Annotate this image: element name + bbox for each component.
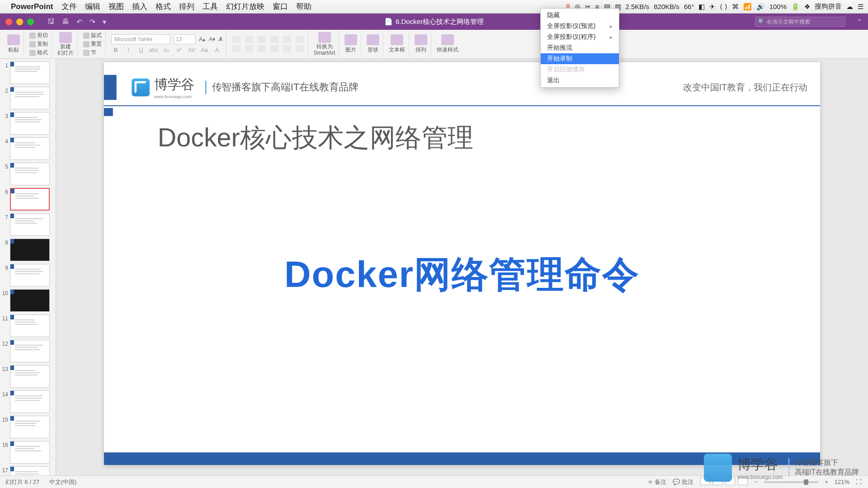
highlight-icon[interactable]: Aa [200,46,208,54]
notes-button[interactable]: ≐ 备注 [648,478,666,486]
menu-file[interactable]: 文件 [61,1,77,12]
thumbnail-slide[interactable] [10,264,50,286]
undo-icon[interactable]: ↶ [76,18,82,26]
menu-arrange[interactable]: 排列 [179,1,194,12]
window-close-button[interactable] [5,19,12,25]
strike-icon[interactable]: abc [150,46,158,54]
font-name-combo[interactable]: Microsoft YaHei [111,34,170,44]
obs-menu-hide[interactable]: 隐藏 [541,10,619,21]
italic-icon[interactable]: I [124,46,132,54]
comments-button[interactable]: 💬 批注 [673,478,693,486]
menu-tools[interactable]: 工具 [203,1,218,12]
linespacing-icon[interactable] [283,36,291,43]
font-color-icon[interactable]: A [213,46,221,54]
thumbnail-slide[interactable] [10,188,50,211]
arrange-button[interactable]: 排列 [415,34,427,54]
thumbnail-slide[interactable] [10,365,50,388]
print-icon[interactable]: 🖶 [62,18,69,26]
thumbnail-slide[interactable] [10,390,50,413]
picture-button[interactable]: 图片 [344,34,357,54]
save-icon[interactable]: 🖫 [47,18,55,26]
align-left-icon[interactable] [232,45,241,52]
reset-button[interactable]: 重置 [83,40,102,48]
subscript-icon[interactable]: x₂ [162,46,170,54]
thumbnail-slide[interactable] [10,340,50,362]
tray-icon[interactable]: ❖ [804,3,810,11]
thumbnail-slide[interactable] [10,441,50,464]
wifi-icon[interactable]: 📶 [743,3,752,11]
copy-button[interactable]: 复制 [29,40,48,48]
textbox-button[interactable]: 文本框 [389,34,405,54]
tray-icon[interactable]: ⌘ [732,3,739,11]
cut-button[interactable]: 剪切 [29,32,48,39]
window-minimize-button[interactable] [16,19,23,25]
thumbnail-slide[interactable] [10,289,50,312]
textdir-icon[interactable] [296,36,304,43]
redo-icon[interactable]: ↷ [90,18,95,26]
char-spacing-icon[interactable]: AV [188,46,196,54]
ime-label[interactable]: 搜狗拼音 [815,2,842,11]
align-vert-icon[interactable] [296,45,304,52]
grow-font-icon[interactable]: A▴ [199,36,205,42]
indent-inc-icon[interactable] [270,36,278,43]
tray-icon[interactable]: ☁ [846,3,853,11]
search-box[interactable]: 🔍 在演示文稿中搜索 [755,17,845,27]
obs-menu-fullscreen-program[interactable]: 全屏投影仪(程序) [541,32,619,42]
smartart-button[interactable]: 转换为 SmartArt [314,32,335,56]
clear-format-icon[interactable]: A̸ [219,36,222,42]
menu-slideshow[interactable]: 幻灯片放映 [226,1,264,12]
language-label[interactable]: 中文(中国) [49,479,77,485]
indent-dec-icon[interactable] [258,36,266,43]
shrink-font-icon[interactable]: A▾ [209,36,215,42]
quickstyles-button[interactable]: 快速样式 [437,34,458,54]
menu-format[interactable]: 格式 [156,1,171,12]
format-painter-button[interactable]: 格式 [29,49,48,56]
menu-insert[interactable]: 插入 [132,1,147,12]
section-button[interactable]: 节 [83,49,96,56]
align-right-icon[interactable] [258,45,266,52]
thumbnail-slide[interactable] [10,112,50,135]
interactable=: 博学谷 www.boxuegu.com 传智播客旗下 高端IT在线教育品牌 [704,454,859,482]
slide-canvas[interactable]: 博学谷 www.boxuegu.com 传智播客旗下高端IT在线教育品牌 改变中… [104,62,820,465]
paste-button[interactable]: 粘贴 [7,34,20,54]
qat-more-icon[interactable]: ▾ [103,18,106,26]
notification-icon[interactable]: ☰ [858,3,863,11]
columns-icon[interactable] [283,45,291,52]
thumbnail-slide[interactable] [10,61,50,84]
thumbnail-slide[interactable] [10,416,50,438]
align-center-icon[interactable] [245,45,253,52]
align-justify-icon[interactable] [270,45,278,52]
bullets-icon[interactable] [232,36,241,43]
tray-icon[interactable]: ✈ [709,3,715,11]
tray-icon[interactable]: ◧ [698,3,705,11]
bold-icon[interactable]: B [112,46,120,54]
app-name[interactable]: PowerPoint [11,2,53,11]
thumbnail-slide[interactable] [10,239,50,261]
thumbnail-slide[interactable] [10,466,50,475]
ribbon-collapse-icon[interactable]: ⌃ [857,18,863,26]
volume-icon[interactable]: 🔊 [756,3,765,11]
shapes-button[interactable]: 形状 [367,34,379,54]
thumbnail-slide[interactable] [10,137,50,160]
obs-menu-fullscreen-preview[interactable]: 全屏投影仪(预览) [541,21,619,32]
superscript-icon[interactable]: x² [175,46,183,54]
underline-icon[interactable]: U [137,46,145,54]
obs-menu-exit[interactable]: 退出 [541,75,619,86]
obs-menu-start-stream[interactable]: 开始推流 [541,42,619,53]
thumbnail-slide[interactable] [10,163,50,185]
thumbnail-panel[interactable]: 123456789101112131415161718 [0,59,56,475]
layout-button[interactable]: 版式 [83,32,102,39]
window-maximize-button[interactable] [27,19,34,25]
numbering-icon[interactable] [245,36,253,43]
menu-edit[interactable]: 编辑 [85,1,100,12]
menu-window[interactable]: 窗口 [273,1,288,12]
thumbnail-slide[interactable] [10,87,50,109]
font-size-combo[interactable]: 13 [174,34,195,44]
obs-menu-start-record[interactable]: 开始录制 [541,53,619,64]
menu-view[interactable]: 视图 [108,1,124,12]
tray-icon[interactable]: ⟨ ⟩ [720,3,727,11]
menu-help[interactable]: 帮助 [296,1,311,12]
thumbnail-slide[interactable] [10,314,50,337]
new-slide-button[interactable]: 新建 幻灯片 [57,32,74,56]
thumbnail-slide[interactable] [10,213,50,236]
